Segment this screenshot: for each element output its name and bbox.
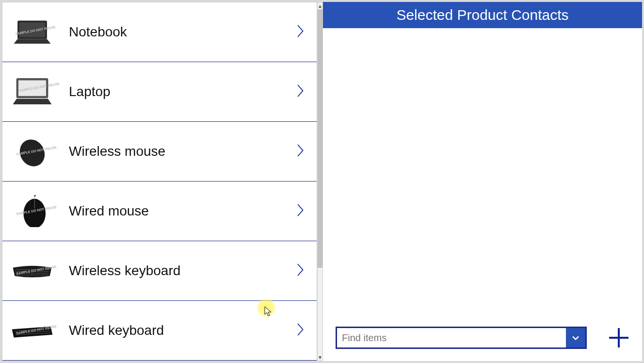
mouse-wired-icon: SAMPLE DO NOT REUSE — [9, 194, 55, 228]
keyboard-wired-icon: SAMPLE DO NOT REUSE — [9, 314, 55, 347]
svg-point-6 — [15, 135, 49, 168]
product-row-wired-mouse[interactable]: SAMPLE DO NOT REUSE Wired mouse — [2, 182, 317, 241]
scroll-track[interactable] — [318, 9, 322, 354]
chevron-right-icon — [296, 23, 308, 41]
scroll-thumb[interactable] — [318, 9, 322, 268]
contacts-header: Selected Product Contacts — [323, 2, 642, 28]
scroll-up-icon[interactable]: ▲ — [318, 2, 322, 9]
chevron-right-icon — [296, 82, 308, 101]
product-row-wireless-keyboard[interactable]: SAMPLE DO NOT REUSE Wireless keyboard — [2, 241, 317, 301]
add-button[interactable] — [605, 324, 632, 351]
contacts-body — [323, 29, 642, 361]
product-row-wireless-mouse[interactable]: SAMPLE DO NOT REUSE Wireless mouse — [2, 122, 317, 182]
chevron-right-icon — [296, 202, 308, 220]
product-row-wired-keyboard[interactable]: SAMPLE DO NOT REUSE Wired keyboard — [2, 301, 317, 361]
mouse-wireless-icon: SAMPLE DO NOT REUSE — [9, 134, 55, 168]
contacts-pane: Selected Product Contacts — [323, 2, 642, 361]
svg-rect-1 — [19, 22, 45, 37]
chevron-right-icon — [296, 142, 308, 161]
scroll-down-icon[interactable]: ▼ — [318, 354, 322, 361]
svg-marker-5 — [13, 99, 52, 104]
plus-icon — [607, 326, 630, 349]
svg-marker-2 — [14, 39, 51, 44]
product-row-laptop[interactable]: SAMPLE DO NOT REUSE Laptop — [2, 62, 317, 122]
find-items-combo[interactable] — [336, 327, 587, 349]
product-label: Laptop — [69, 84, 296, 99]
left-scrollbar[interactable]: ▲ ▼ — [317, 2, 323, 361]
product-label: Wireless mouse — [69, 144, 296, 159]
product-label: Wired keyboard — [69, 323, 296, 338]
product-label: Wired mouse — [69, 203, 296, 219]
chevron-down-icon — [571, 333, 580, 343]
svg-rect-4 — [18, 80, 46, 96]
product-row-notebook[interactable]: SAMPLE DO NOT REUSE Notebook — [2, 2, 317, 62]
chevron-right-icon — [296, 321, 308, 340]
laptop-icon: SAMPLE DO NOT REUSE — [9, 75, 55, 109]
find-items-input[interactable] — [337, 328, 566, 347]
product-list-pane: SAMPLE DO NOT REUSE Notebook SAMPLE DO N… — [2, 2, 317, 361]
product-list: SAMPLE DO NOT REUSE Notebook SAMPLE DO N… — [2, 2, 317, 361]
contacts-footer — [336, 324, 632, 351]
keyboard-wireless-icon: SAMPLE DO NOT REUSE — [9, 254, 55, 288]
app-root: SAMPLE DO NOT REUSE Notebook SAMPLE DO N… — [0, 0, 644, 363]
notebook-icon: SAMPLE DO NOT REUSE — [9, 15, 55, 49]
product-label: Wireless keyboard — [69, 263, 296, 279]
dropdown-button[interactable] — [566, 328, 585, 347]
chevron-right-icon — [296, 262, 308, 280]
product-label: Notebook — [69, 24, 296, 40]
